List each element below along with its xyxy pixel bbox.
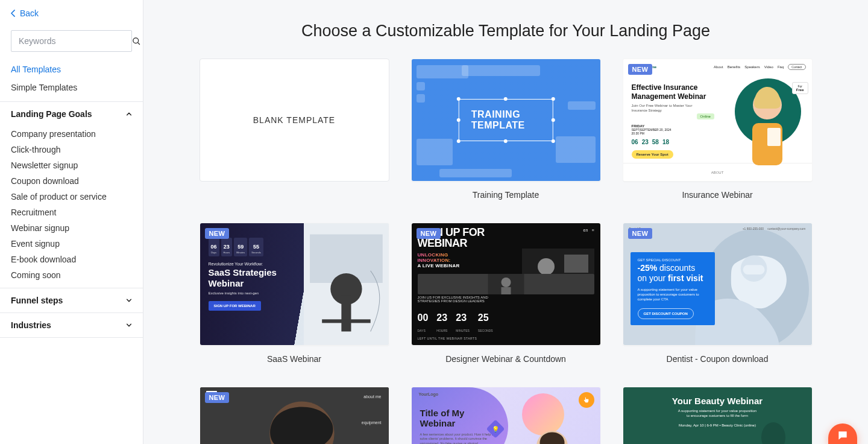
svg-point-14	[501, 278, 511, 287]
decorative-box	[417, 82, 425, 90]
back-button[interactable]: Back	[0, 0, 143, 23]
designer-countdown: 00DAYS 23HOURS 23MINUTES 25SECONDS	[418, 312, 493, 334]
insurance-countdown: 06 23 58 18	[632, 139, 706, 145]
insurance-footer: ABOUT	[623, 163, 812, 181]
badge-new: NEW	[205, 392, 230, 403]
badge-free: For Free	[792, 82, 808, 94]
insurance-nav: Logo Name About Benefits Speakers Video …	[629, 64, 806, 70]
accordion-industries-title: Industries	[11, 320, 51, 330]
badge-online: Online	[697, 113, 714, 119]
template-thumb-designer: NEW en≡ SIGN UP FORWEBINAR UNLOCKING INN…	[411, 223, 601, 346]
template-thumb-blank: BLANK TEMPLATE	[200, 59, 389, 182]
insurance-cta: Reserve Your Spot	[632, 150, 673, 159]
template-card-purple-webinar[interactable]: YourLogo 💡 Title of MyWebinar A few sent…	[411, 387, 601, 444]
sidebar-item-coming-soon[interactable]: Coming soon	[0, 267, 143, 283]
template-thumb-insurance: NEW Logo Name About Benefits Speakers Vi…	[623, 59, 813, 182]
chevron-up-icon	[126, 111, 132, 117]
template-thumb-dentist: NEW Dental Care +1 800-255-000contact@yo…	[623, 223, 813, 346]
template-card-training[interactable]: TRAINING TEMPLATE Training Template	[411, 59, 601, 200]
sidebar-item-ebook-download[interactable]: E-book download	[0, 252, 143, 267]
search-container	[0, 23, 143, 60]
decorative-box	[417, 94, 425, 103]
training-label-text: TRAINING TEMPLATE	[471, 109, 525, 130]
template-title-training: Training Template	[411, 190, 601, 200]
dentist-panel: GET SPECIAL DISCOUNT -25% discountson yo…	[631, 252, 715, 325]
template-card-designer[interactable]: NEW en≡ SIGN UP FORWEBINAR UNLOCKING INN…	[411, 223, 601, 364]
template-thumb-photographer: NEW AB AlexanderBennett Professional Pho…	[200, 387, 389, 444]
beauty-title: Your Beauty Webinar A supporting stateme…	[623, 396, 812, 427]
template-thumb-beauty: Your Beauty Webinar A supporting stateme…	[623, 387, 813, 444]
decorative-box	[556, 136, 596, 163]
designer-photo-row	[418, 274, 594, 294]
svg-rect-15	[501, 287, 511, 294]
purple-logo: YourLogo	[419, 392, 439, 396]
template-grid: BLANK TEMPLATE TRAINING TEMPLATE	[143, 59, 868, 444]
insurance-text: Effective InsuranceManagement Webinar Jo…	[632, 83, 706, 159]
template-card-beauty[interactable]: Your Beauty Webinar A supporting stateme…	[623, 387, 813, 444]
template-card-dentist[interactable]: NEW Dental Care +1 800-255-000contact@yo…	[623, 223, 813, 364]
sidebar-top-links: All Templates Simple Templates	[0, 60, 143, 97]
template-card-photographer[interactable]: NEW AB AlexanderBennett Professional Pho…	[200, 387, 389, 444]
accordion-industries: Industries	[0, 313, 143, 338]
photographer-menu: about me equipment services prices clien…	[362, 393, 382, 444]
designer-sub: UNLOCKING INNOVATION: A LIVE WEBINAR	[418, 252, 460, 268]
sidebar-item-coupon-download[interactable]: Coupon download	[0, 173, 143, 189]
template-card-saas[interactable]: NEW LO:GO 06Days 23Hours 5	[200, 223, 389, 364]
svg-rect-10	[564, 255, 588, 273]
badge-new: NEW	[205, 228, 230, 239]
accordion-goals-header[interactable]: Landing Page Goals	[0, 102, 143, 126]
saas-countdown: 06Days 23Hours 59Minutes 55Seconds	[209, 238, 263, 256]
svg-rect-7	[341, 295, 351, 331]
saas-cta: SIGN UP FOR WEBINAR	[209, 301, 261, 311]
sidebar-item-company-presentation[interactable]: Company presentation	[0, 126, 143, 142]
template-title-insurance: Insurance Webinar	[623, 190, 813, 200]
person-illustration	[737, 81, 797, 165]
template-thumb-saas: NEW LO:GO 06Days 23Hours 5	[200, 223, 389, 346]
template-card-insurance[interactable]: NEW Logo Name About Benefits Speakers Vi…	[623, 59, 813, 200]
template-title-designer: Designer Webinar & Countdown	[411, 354, 601, 364]
accordion-industries-header[interactable]: Industries	[0, 313, 143, 337]
saas-right-image	[304, 223, 389, 345]
chevron-down-icon	[126, 297, 132, 303]
search-button[interactable]	[131, 31, 141, 51]
badge-new: NEW	[628, 64, 653, 75]
sidebar-item-recruitment[interactable]: Recruitment	[0, 205, 143, 220]
decorative-box	[439, 169, 512, 177]
svg-rect-8	[322, 319, 370, 323]
badge-new: NEW	[628, 228, 653, 239]
chevron-left-icon	[11, 10, 15, 17]
accordion-funnel-header[interactable]: Funnel steps	[0, 288, 143, 312]
sidebar-item-sale[interactable]: Sale of product or service	[0, 189, 143, 205]
sidebar-item-click-through[interactable]: Click-through	[0, 142, 143, 157]
search-input[interactable]	[11, 36, 131, 46]
decorative-box	[417, 65, 468, 78]
blank-template-label: BLANK TEMPLATE	[200, 59, 389, 181]
sidebar-item-webinar-signup[interactable]: Webinar signup	[0, 220, 143, 236]
saas-text: Revolutionize Your Workflow: SaaS Strate…	[209, 262, 277, 311]
dentist-bg: Dental Care +1 800-255-000contact@your-c…	[623, 223, 812, 345]
accordion-funnel: Funnel steps	[0, 288, 143, 313]
accordion-goals-body: Company presentation Click-through Newsl…	[0, 126, 143, 288]
template-title-saas: SaaS Webinar	[200, 354, 389, 364]
template-title-dentist: Dentist - Coupon download	[623, 354, 813, 364]
dentist-topbar: Dental Care +1 800-255-000contact@your-c…	[629, 227, 806, 230]
svg-rect-19	[743, 265, 764, 274]
insurance-bg: Logo Name About Benefits Speakers Video …	[623, 59, 812, 181]
sidebar-link-simple-templates[interactable]: Simple Templates	[0, 78, 143, 97]
decorative-box	[462, 65, 540, 76]
dentist-cta: GET DISCOUNT COUPON	[638, 308, 694, 319]
sidebar-link-all-templates[interactable]: All Templates	[0, 60, 143, 78]
chat-icon	[837, 430, 849, 442]
template-card-blank[interactable]: BLANK TEMPLATE	[200, 59, 389, 200]
training-template-label: TRAINING TEMPLATE	[459, 99, 553, 141]
svg-point-11	[538, 258, 555, 275]
badge-new: NEW	[417, 228, 441, 239]
template-thumb-training: TRAINING TEMPLATE	[411, 59, 601, 182]
search-icon	[132, 37, 141, 46]
sidebar-item-event-signup[interactable]: Event signup	[0, 236, 143, 252]
decorative-box	[417, 139, 453, 165]
main-content: Choose a Customizable Template for Your …	[143, 0, 868, 444]
designer-headline: SIGN UP FORWEBINAR	[418, 227, 594, 249]
sidebar-item-newsletter-signup[interactable]: Newsletter signup	[0, 157, 143, 173]
person-illustration	[516, 419, 588, 444]
